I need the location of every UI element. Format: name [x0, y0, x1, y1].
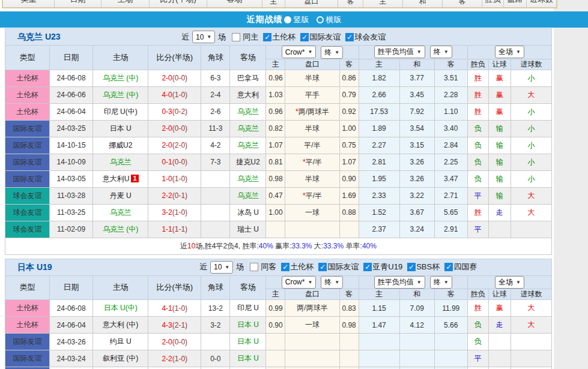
competition-label-1: 国际友谊	[327, 262, 359, 272]
competition-type[interactable]: 国际友谊	[5, 170, 50, 187]
competition-checkbox-4[interactable]: ✓	[444, 263, 453, 271]
competition-type[interactable]: 国际友谊	[5, 154, 50, 170]
competition-checkbox-0[interactable]: ✓	[281, 263, 289, 271]
home-team-link[interactable]: 乌克兰 (中)	[103, 91, 138, 99]
handicap-result	[488, 367, 511, 369]
recent-count-select[interactable]: 10▼	[210, 261, 233, 274]
home-team-link[interactable]: 乌克兰 (中)	[103, 74, 138, 82]
vertical-layout-label[interactable]: 竖版	[294, 14, 309, 25]
match-row: 球会友谊11-03-28丹麦 U2-2(0-1)乌克兰0.47*平/半1.692…	[5, 187, 552, 204]
same-away-checkbox[interactable]	[250, 263, 258, 271]
away-team-link[interactable]: 冰岛 U	[237, 208, 259, 217]
away-team: 意大利	[230, 86, 266, 103]
bookmaker-time-select[interactable]: 终▼	[321, 276, 343, 289]
away-team-link[interactable]: 印尼 U	[237, 304, 259, 312]
home-team-link[interactable]: 日本 U	[110, 124, 132, 133]
euro-draw-odds: 3.15	[399, 137, 434, 154]
competition-type[interactable]: 球会友谊	[5, 187, 50, 204]
away-team-link[interactable]: 乌克兰	[237, 141, 259, 149]
home-team-link[interactable]: 乌克兰	[110, 158, 132, 166]
home-team-link[interactable]: 乌克兰	[110, 208, 132, 217]
games-label: 场	[218, 32, 226, 43]
odds-type-select[interactable]: 胜平负均值▼	[374, 276, 425, 289]
euro-home-odds: 1.15	[359, 300, 399, 317]
same-home-checkbox[interactable]	[232, 33, 240, 41]
column-subheader: 进球数	[511, 59, 551, 70]
column-subheader: 和	[399, 289, 434, 300]
competition-type[interactable]: 土伦杯	[5, 70, 50, 86]
home-team-link[interactable]: 意大利 (中)	[103, 320, 138, 329]
home-team-link[interactable]: 意大利U	[103, 175, 130, 183]
scope-select[interactable]: 全场▼	[495, 46, 524, 58]
scope-select-arrow-icon: ▼	[516, 49, 521, 55]
vertical-layout-radio[interactable]	[284, 16, 291, 23]
home-team-link[interactable]: 挪威U2	[109, 141, 132, 149]
bookmaker-select[interactable]: Crow*▼	[282, 46, 317, 58]
horizontal-layout-label[interactable]: 横版	[326, 14, 342, 25]
summary-part: 单率:	[344, 242, 362, 250]
competition-type[interactable]: 国际友谊	[5, 334, 50, 350]
euro-draw-odds	[399, 367, 434, 369]
away-team-link[interactable]: 瑞士 U	[237, 225, 259, 233]
away-team-link[interactable]: 捷克U2	[236, 158, 259, 166]
euro-draw-odds: 7.92	[399, 103, 434, 120]
full-time-score: 4-0	[162, 91, 172, 99]
competition-checkbox-1[interactable]: ✓	[318, 263, 327, 271]
away-team-link[interactable]: 日本 U	[237, 320, 259, 329]
competition-type[interactable]: 土伦杯	[5, 103, 50, 120]
competition-type[interactable]: 国际友谊	[5, 350, 50, 367]
away-team-link[interactable]: 乌克兰	[237, 124, 259, 133]
scope-select[interactable]: 全场▼	[495, 276, 524, 289]
corner-count	[201, 187, 230, 204]
summary-part: 大:	[312, 242, 324, 250]
score: 1-2(0-1)	[148, 367, 201, 369]
odds-time-select-arrow-icon: ▼	[444, 280, 449, 285]
asian-home-odds	[266, 350, 285, 367]
horizontal-layout-radio[interactable]	[317, 16, 324, 23]
competition-type[interactable]: 国际友谊	[5, 120, 50, 137]
recent-count-select[interactable]: 10▼	[192, 31, 215, 43]
top-partial-table-header: 类型日期主场比分(半场)客场主盘口客主和客胜负盘路进球数	[2, 0, 557, 8]
competition-checkbox-1[interactable]: ✓	[300, 33, 309, 41]
home-team-link[interactable]: 约旦 U	[110, 337, 132, 346]
win-loss-result: 胜	[467, 86, 488, 103]
competition-type[interactable]: 土伦杯	[5, 317, 50, 334]
bookmaker-select[interactable]: Crow*▼	[282, 276, 317, 289]
odds-time-select[interactable]: 终▼	[430, 276, 452, 289]
competition-checkbox-3[interactable]: ✓	[407, 263, 416, 271]
euro-away-odds: 3.47	[434, 170, 467, 187]
half-time-score: (0-2)	[172, 107, 187, 116]
column-subheader: 主	[359, 59, 399, 70]
odds-type-select[interactable]: 胜平负均值▼	[374, 46, 425, 58]
half-time-score: (0-0)	[172, 74, 187, 82]
home-team: 日本 U(中)	[93, 300, 148, 317]
summary-part: 场,胜4平2负4, 胜率:	[195, 242, 258, 250]
away-team-link[interactable]: 巴拿马	[237, 74, 259, 82]
home-team-link[interactable]: 日本 U(中)	[104, 304, 138, 312]
home-team-link[interactable]: 叙利亚 (中)	[103, 354, 138, 362]
competition-type[interactable]: 土伦杯	[5, 300, 50, 317]
bookmaker-time-select[interactable]: 终▼	[321, 46, 343, 59]
away-team-link[interactable]: 乌克兰	[237, 175, 259, 183]
competition-type[interactable]: 国际友谊	[5, 137, 50, 154]
away-team-link[interactable]: 日本 U	[237, 337, 259, 346]
home-team-link[interactable]: 丹麦 U	[110, 191, 132, 200]
away-team-link[interactable]: 乌克兰	[237, 107, 259, 116]
odds-time-select[interactable]: 终▼	[430, 46, 452, 58]
competition-checkbox-2[interactable]: ✓	[345, 33, 354, 41]
competition-type[interactable]: 球会友谊	[5, 204, 50, 221]
competition-type[interactable]: 球会友谊	[5, 221, 50, 238]
match-row: 土伦杯24-06-06乌克兰 (中)4-0(1-0)2-4意大利1.03平手0.…	[5, 86, 552, 103]
away-team-link[interactable]: 意大利	[237, 91, 259, 99]
competition-type[interactable]: 土伦杯	[5, 86, 50, 103]
competition-checkbox-0[interactable]: ✓	[263, 33, 271, 41]
euro-home-odds: 1.52	[359, 204, 399, 221]
win-loss-result: 负	[467, 170, 488, 187]
away-team-link[interactable]: 乌克兰	[237, 191, 259, 200]
home-team-link[interactable]: 印尼 U(中)	[104, 107, 138, 116]
away-team-link[interactable]: 日本 U	[237, 354, 259, 362]
competition-checkbox-2[interactable]: ✓	[363, 263, 372, 271]
home-team-link[interactable]: 乌克兰 (中)	[103, 225, 138, 233]
near-label: 近	[181, 32, 189, 43]
competition-type[interactable]: 国际友谊	[5, 367, 50, 369]
